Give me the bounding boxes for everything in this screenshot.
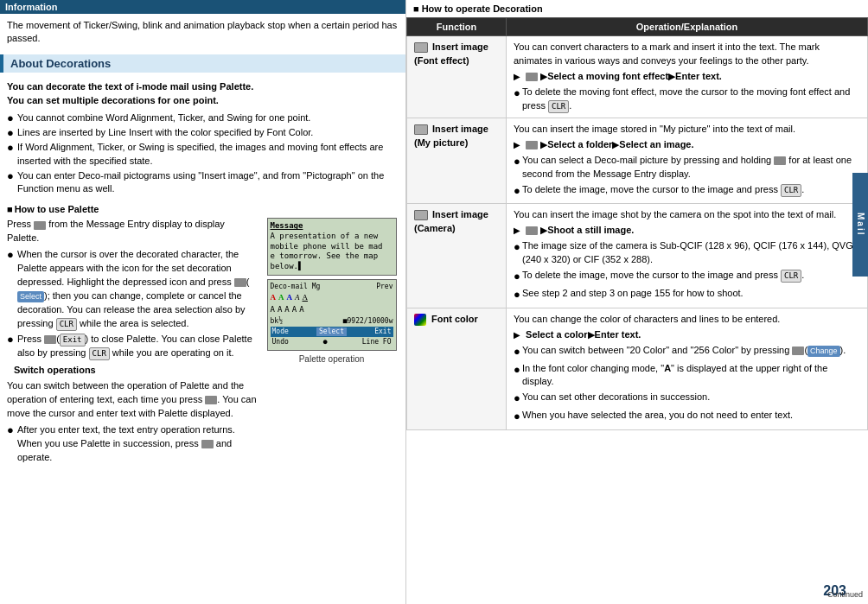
op-bullet-fc-4: ● When you have selected the area, you d… — [514, 409, 860, 425]
arrow-step-3: ▶Shoot a still image. — [514, 224, 860, 238]
main-bullets: ● You cannot combine Word Alignment, Tic… — [0, 110, 405, 201]
bullet-2: ● Lines are inserted by Line Insert with… — [7, 126, 399, 140]
clr-key-r1: CLR — [548, 100, 569, 113]
operations-table: Function Operation/Explanation Insert im… — [406, 17, 868, 430]
right-panel: How to operate Decoration Function Opera… — [406, 0, 868, 604]
hold-key-icon — [774, 156, 786, 165]
after-enter-bullet: ● After you enter text, the text entry o… — [7, 423, 258, 465]
palette-intro: Press from the Message Entry display to … — [7, 218, 258, 245]
palette-description: Press from the Message Entry display to … — [7, 218, 258, 465]
left-panel: Information The movement of Ticker/Swing… — [0, 0, 406, 604]
arrow-step-1: ▶Select a moving font effect▶Enter text. — [514, 70, 860, 84]
func-icon-3 — [526, 226, 538, 235]
palette-label: Palette operation — [299, 354, 365, 364]
clr-key-r2: CLR — [781, 184, 801, 197]
edit-key-icon-2 — [201, 440, 214, 448]
continued-label: Continued — [827, 590, 863, 599]
func-cell-my-picture: Insert image(My picture) — [407, 118, 507, 204]
info-body: The movement of Ticker/Swing, blink and … — [7, 20, 397, 43]
op-bullet-cam-1: ● The image size of the camera is Sub-QC… — [514, 239, 860, 267]
camera-icon — [414, 210, 428, 220]
op-cell-my-picture: You can insert the image stored in "My p… — [507, 118, 868, 204]
bullet-3: ● If Word Alignment, Ticker, or Swing is… — [7, 141, 399, 168]
exit-key: Exit — [60, 334, 86, 347]
select-key: Select — [17, 291, 44, 302]
switch-ops-body: You can switch between the operation of … — [7, 378, 258, 422]
table-row: Insert image(Camera) You can insert the … — [407, 204, 868, 308]
arrow-step-2: ▶Select a folder▶Select an image. — [514, 138, 860, 152]
op-cell-font-effect: You can convert characters to a mark and… — [507, 36, 868, 118]
func-key-icon — [44, 335, 56, 344]
col-function: Function — [407, 18, 507, 36]
table-row: Insert image(My picture) You can insert … — [407, 118, 868, 204]
op-bullet-1: ● To delete the moving font effect, move… — [514, 86, 860, 113]
palette-bullet-1: ● When the cursor is over the decorated … — [7, 248, 258, 331]
op-bullet-fc-3: ● You can set other decorations in succe… — [514, 391, 860, 407]
mail-vertical-label: Mail — [852, 173, 868, 277]
op-bullet-mypic-1: ● You can select a Deco-mail picture by … — [514, 154, 860, 181]
right-section-title: How to operate Decoration — [406, 0, 868, 17]
table-row: Insert image(Font effect) You can conver… — [407, 36, 868, 118]
op-bullet-mypic-2: ● To delete the image, move the cursor t… — [514, 183, 860, 200]
palette-section-title: How to use Palette — [0, 200, 405, 216]
func-icon-4 — [792, 347, 804, 355]
op-bullet-fc-1: ● You can switch between "20 Color" and … — [514, 344, 860, 360]
clr-key-2: CLR — [89, 347, 110, 360]
func-cell-font-color: Font color — [407, 308, 507, 429]
table-row: Font color You can change the color of c… — [407, 308, 868, 429]
func-cell-camera: Insert image(Camera) — [407, 204, 507, 308]
info-text: The movement of Ticker/Swing, blink and … — [0, 17, 405, 51]
center-key-icon — [234, 278, 246, 287]
bullet-1: ● You cannot combine Word Alignment, Tic… — [7, 111, 399, 125]
palette-two-col: Press from the Message Entry display to … — [0, 216, 405, 467]
message-icon — [34, 221, 46, 230]
info-header: Information — [0, 0, 405, 14]
change-key: Change — [807, 346, 840, 357]
func-icon-2 — [526, 141, 538, 149]
font-color-icon — [414, 314, 426, 326]
palette-images: Message A presentation of a new mobile p… — [265, 218, 399, 465]
func-icon-1 — [526, 73, 538, 81]
func-cell-font-effect: Insert image(Font effect) — [407, 36, 507, 118]
switch-ops-title: Switch operations — [7, 361, 258, 378]
palette-screen-1: Message A presentation of a new mobile p… — [267, 218, 397, 275]
palette-screen-2: Deco-mail MgPrev A A A A A AAAAA bk½■992… — [267, 279, 397, 351]
clr-key-r3: CLR — [781, 270, 801, 283]
edit-key-icon — [205, 396, 217, 404]
col-operation: Operation/Explanation — [507, 18, 868, 36]
bullet-4: ● You can enter Deco-mail pictograms usi… — [7, 169, 399, 197]
op-bullet-cam-2: ● To delete the image, move the cursor t… — [514, 269, 860, 285]
op-cell-font-color: You can change the color of characters a… — [507, 308, 868, 429]
op-cell-camera: You can insert the image shot by the cam… — [507, 204, 868, 308]
clr-key-1: CLR — [56, 318, 77, 331]
palette-bullet-2: ● Press (Exit) to close Palette. You can… — [7, 333, 258, 360]
op-bullet-fc-2: ● In the font color changing mode, "A" i… — [514, 362, 860, 390]
intro-text: You can decorate the text of i-mode mail… — [0, 78, 405, 110]
arrow-step-4: Select a color▶Enter text. — [514, 328, 860, 342]
my-picture-icon — [414, 124, 428, 135]
op-bullet-cam-3: ● See step 2 and step 3 on page 155 for … — [514, 287, 860, 303]
font-effect-icon — [414, 42, 428, 53]
about-decorations-header: About Decorations — [0, 54, 405, 73]
